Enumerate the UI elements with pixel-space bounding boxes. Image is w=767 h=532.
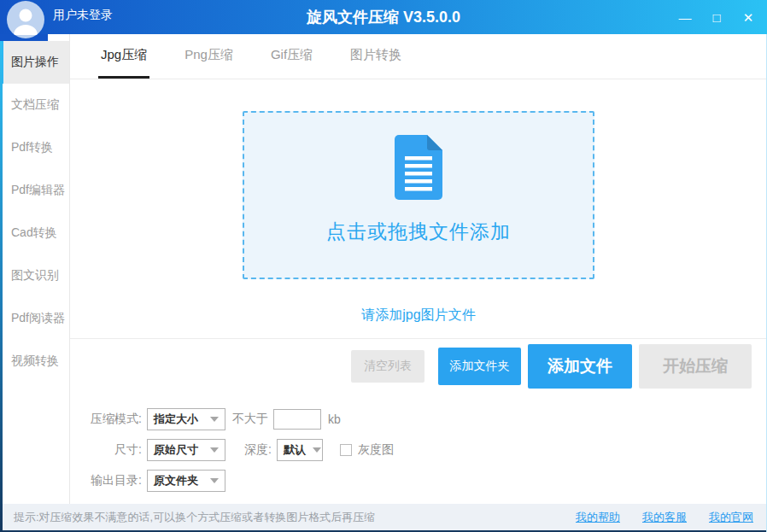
sidebar: 图片操作 文档压缩 Pdf转换 Pdf编辑器 Cad转换 图文识别 Pdf阅读器…: [0, 34, 70, 504]
sidebar-item-label: Pdf编辑器: [11, 183, 65, 198]
tab-gif-compress[interactable]: Gif压缩: [268, 34, 315, 79]
depth-label: 深度:: [244, 442, 272, 458]
sidebar-item-label: Cad转换: [11, 225, 57, 241]
max-size-input[interactable]: [273, 409, 321, 430]
sidebar-item-image-ops[interactable]: 图片操作: [3, 41, 69, 84]
action-button-row: 清空列表 添加文件夹 添加文件 开始压缩: [70, 339, 767, 394]
sidebar-item-pdf-reader[interactable]: Pdf阅读器: [3, 297, 69, 340]
add-file-hint: 请添加jpg图片文件: [70, 307, 767, 324]
dimension-select[interactable]: 原始尺寸: [147, 439, 225, 461]
depth-value: 默认: [284, 442, 306, 458]
window-left-border: [0, 34, 3, 532]
output-dir-value: 原文件夹: [154, 473, 198, 488]
chevron-down-icon: [210, 447, 219, 453]
person-icon: [7, 1, 44, 38]
sidebar-item-label: 图片操作: [11, 55, 59, 70]
output-dir-select[interactable]: 原文件夹: [147, 470, 225, 492]
user-avatar[interactable]: [7, 1, 44, 38]
chevron-down-icon: [210, 417, 219, 422]
chevron-down-icon: [210, 478, 219, 483]
dimension-value: 原始尺寸: [154, 442, 198, 458]
start-compress-button[interactable]: 开始压缩: [639, 344, 752, 389]
sidebar-item-label: 视频转换: [11, 354, 59, 369]
document-icon: [395, 135, 442, 200]
sidebar-item-doc-compress[interactable]: 文档压缩: [3, 84, 69, 126]
sidebar-item-pdf-editor[interactable]: Pdf编辑器: [3, 169, 69, 212]
chevron-down-icon: [313, 447, 321, 453]
sidebar-item-pdf-convert[interactable]: Pdf转换: [3, 126, 69, 169]
app-window: 用户未登录 旋风文件压缩 V3.5.0.0 — □ ✕ 图片操作 文档压缩 Pd…: [0, 0, 767, 532]
grayscale-label: 灰度图: [358, 442, 394, 458]
add-file-button[interactable]: 添加文件: [528, 344, 632, 389]
sidebar-item-video-convert[interactable]: 视频转换: [3, 340, 69, 383]
tab-jpg-compress[interactable]: Jpg压缩: [98, 34, 149, 79]
tab-bar: Jpg压缩 Png压缩 Gif压缩 图片转换: [70, 34, 767, 79]
dimension-label: 尺寸:: [82, 442, 142, 458]
content-area: 点击或拖拽文件添加 请添加jpg图片文件: [70, 79, 767, 339]
sidebar-item-ocr[interactable]: 图文识别: [3, 254, 69, 297]
sidebar-item-label: 图文识别: [11, 268, 59, 284]
clear-list-button[interactable]: 清空列表: [351, 350, 424, 383]
compress-mode-label: 压缩模式:: [82, 412, 142, 427]
settings-row-mode: 压缩模式: 指定大小 不大于 kb: [82, 407, 767, 431]
main-panel: Jpg压缩 Png压缩 Gif压缩 图片转换 点击或拖拽文: [70, 34, 767, 504]
compress-mode-value: 指定大小: [154, 412, 198, 427]
output-dir-label: 输出目录:: [82, 473, 142, 488]
maximize-icon[interactable]: □: [710, 11, 723, 24]
tab-png-compress[interactable]: Png压缩: [182, 34, 236, 79]
drop-zone-text: 点击或拖拽文件添加: [326, 219, 511, 245]
customer-service-link[interactable]: 我的客服: [642, 510, 687, 525]
official-site-link[interactable]: 我的官网: [709, 510, 753, 525]
sidebar-item-label: Pdf转换: [11, 140, 53, 155]
status-tip: 提示:对压缩效果不满意的话,可以换个方式压缩或者转换图片格式后再压缩: [14, 510, 553, 525]
window-controls: — □ ✕: [678, 0, 755, 34]
file-drop-zone[interactable]: 点击或拖拽文件添加: [243, 111, 594, 279]
sidebar-item-label: 文档压缩: [11, 97, 59, 113]
sidebar-item-label: Pdf阅读器: [11, 311, 65, 326]
window-body: 图片操作 文档压缩 Pdf转换 Pdf编辑器 Cad转换 图文识别 Pdf阅读器…: [0, 34, 767, 504]
settings-panel: 压缩模式: 指定大小 不大于 kb 尺寸: 原始尺寸 深度:: [70, 394, 767, 500]
settings-row-dimension: 尺寸: 原始尺寸 深度: 默认 灰度图: [82, 438, 767, 462]
add-folder-button[interactable]: 添加文件夹: [438, 348, 521, 385]
title-bar: 用户未登录 旋风文件压缩 V3.5.0.0 — □ ✕: [0, 0, 767, 34]
help-link[interactable]: 我的帮助: [576, 510, 620, 525]
window-title: 旋风文件压缩 V3.5.0.0: [0, 0, 767, 34]
minimize-icon[interactable]: —: [678, 11, 692, 24]
not-greater-label: 不大于: [232, 412, 268, 427]
status-bar: 提示:对压缩效果不满意的话,可以换个方式压缩或者转换图片格式后再压缩 我的帮助 …: [0, 504, 767, 532]
close-icon[interactable]: ✕: [741, 11, 755, 24]
compress-mode-select[interactable]: 指定大小: [147, 408, 225, 430]
tab-image-convert[interactable]: 图片转换: [348, 34, 404, 79]
settings-row-output: 输出目录: 原文件夹: [82, 469, 767, 493]
unit-label: kb: [328, 412, 341, 426]
depth-select[interactable]: 默认: [277, 439, 323, 461]
sidebar-item-cad-convert[interactable]: Cad转换: [3, 212, 69, 254]
grayscale-checkbox[interactable]: [340, 444, 352, 456]
